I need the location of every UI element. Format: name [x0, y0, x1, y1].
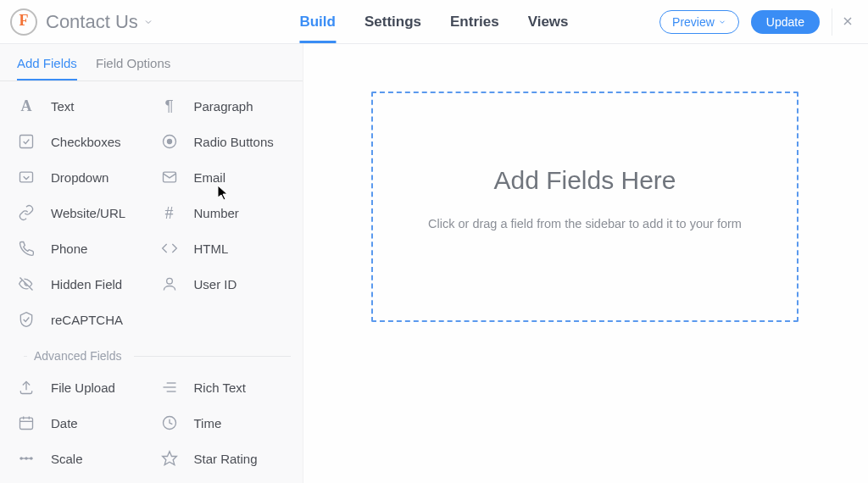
- user-icon: [160, 275, 179, 293]
- caret-down-icon: [143, 17, 153, 27]
- svg-rect-12: [20, 418, 33, 429]
- dropdown-icon: [17, 168, 36, 186]
- paragraph-icon: ¶: [160, 97, 179, 115]
- phone-icon: [17, 239, 36, 258]
- calendar-icon: [17, 414, 36, 432]
- field-userid[interactable]: User ID: [152, 266, 295, 302]
- field-scale[interactable]: Scale: [8, 441, 152, 476]
- field-recaptcha[interactable]: reCAPTCHA: [8, 302, 152, 337]
- field-text[interactable]: A Text: [8, 88, 152, 124]
- nav-build[interactable]: Build: [299, 0, 336, 43]
- link-icon: [17, 203, 36, 222]
- checkbox-icon: [17, 132, 36, 151]
- form-dropzone[interactable]: Add Fields Here Click or drag a field fr…: [371, 92, 798, 322]
- field-paragraph[interactable]: ¶ Paragraph: [152, 88, 295, 124]
- richtext-icon: [160, 378, 179, 397]
- field-checkboxes[interactable]: Checkboxes: [8, 124, 152, 159]
- hidden-icon: [17, 275, 36, 293]
- dropzone-subtitle: Click or drag a field from the sidebar t…: [428, 217, 742, 230]
- tab-field-options[interactable]: Field Options: [96, 56, 170, 80]
- field-radio[interactable]: Radio Buttons: [152, 124, 295, 159]
- nav-entries[interactable]: Entries: [450, 0, 499, 43]
- svg-point-4: [167, 140, 171, 144]
- field-fileupload[interactable]: File Upload: [8, 369, 152, 405]
- close-icon: [841, 14, 854, 28]
- field-dropdown[interactable]: Dropdown: [8, 159, 152, 195]
- upload-icon: [17, 378, 36, 397]
- scale-icon: [17, 449, 36, 468]
- app-logo: F: [10, 8, 37, 36]
- tab-add-fields[interactable]: Add Fields: [17, 56, 77, 80]
- advanced-fields-header: Advanced Fields: [0, 341, 303, 366]
- dropzone-title: Add Fields Here: [493, 166, 676, 195]
- preview-button[interactable]: Preview: [659, 10, 739, 34]
- svg-marker-21: [162, 452, 176, 465]
- field-time[interactable]: Time: [152, 405, 295, 441]
- update-button[interactable]: Update: [751, 10, 820, 34]
- star-icon: [160, 449, 179, 468]
- nav-views[interactable]: Views: [528, 0, 569, 43]
- form-title-dropdown[interactable]: Contact Us: [46, 11, 153, 33]
- email-icon: [160, 168, 179, 186]
- svg-rect-6: [163, 172, 175, 182]
- svg-point-7: [166, 278, 172, 284]
- number-icon: #: [160, 203, 179, 222]
- field-url[interactable]: Website/URL: [8, 195, 152, 230]
- nav-settings[interactable]: Settings: [364, 0, 421, 43]
- caret-down-icon: [718, 18, 726, 26]
- field-email[interactable]: Email: [152, 159, 295, 195]
- clock-icon: [160, 414, 179, 432]
- text-icon: A: [17, 97, 36, 115]
- html-icon: [160, 239, 179, 258]
- field-hidden[interactable]: Hidden Field: [8, 266, 152, 302]
- close-button[interactable]: [832, 8, 854, 36]
- field-richtext[interactable]: Rich Text: [152, 369, 295, 405]
- field-phone[interactable]: Phone: [8, 230, 152, 266]
- field-date[interactable]: Date: [8, 405, 152, 441]
- field-number[interactable]: # Number: [152, 195, 295, 230]
- svg-rect-2: [20, 136, 33, 148]
- field-star[interactable]: Star Rating: [152, 441, 295, 476]
- radio-icon: [160, 132, 179, 151]
- svg-rect-5: [20, 172, 33, 182]
- form-title: Contact Us: [46, 11, 138, 33]
- field-html[interactable]: HTML: [152, 230, 295, 266]
- shield-icon: [17, 310, 36, 329]
